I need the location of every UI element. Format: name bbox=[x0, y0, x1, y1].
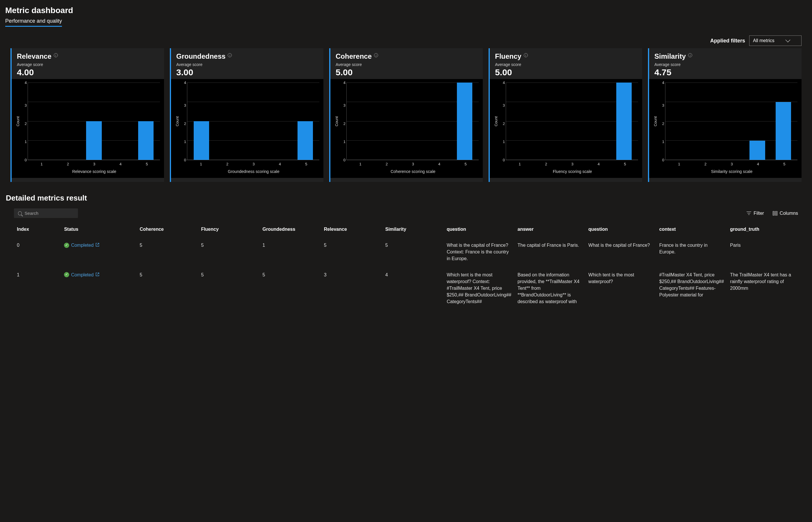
x-tick: 4 bbox=[107, 162, 134, 166]
table-header-cell[interactable]: Status bbox=[61, 224, 137, 237]
y-ticks: 43210 bbox=[181, 83, 186, 160]
columns-icon bbox=[773, 211, 777, 216]
bar-slot bbox=[507, 83, 533, 160]
bar-slot bbox=[666, 83, 693, 160]
table-header-cell[interactable]: Relevance bbox=[321, 224, 383, 237]
cell-question: Which tent is the most waterproof? Conte… bbox=[444, 267, 515, 310]
table-header-cell[interactable]: Coherence bbox=[137, 224, 198, 237]
info-icon[interactable]: i bbox=[524, 53, 528, 57]
table-header-cell[interactable]: Groundedness bbox=[260, 224, 321, 237]
y-tick: 0 bbox=[21, 158, 27, 162]
x-tick: 1 bbox=[347, 162, 373, 166]
table-header-row: IndexStatusCoherenceFluencyGroundednessR… bbox=[14, 224, 798, 237]
filters-label: Applied filters bbox=[710, 38, 745, 44]
card-header: Relevance i Average score 4.00 bbox=[12, 52, 164, 79]
table-header-cell[interactable]: Index bbox=[14, 224, 61, 237]
x-tick: 5 bbox=[293, 162, 319, 166]
x-tick: 3 bbox=[240, 162, 267, 166]
status-link[interactable]: ✓ Completed bbox=[64, 272, 134, 278]
bar-slot bbox=[348, 83, 374, 160]
card-sub-label: Average score bbox=[495, 62, 637, 67]
bar-slot bbox=[133, 83, 159, 160]
y-tick: 4 bbox=[340, 81, 346, 85]
chart-plot: Count 43210 bbox=[175, 83, 319, 160]
info-icon[interactable]: i bbox=[688, 53, 692, 57]
tab-performance-quality[interactable]: Performance and quality bbox=[5, 18, 62, 27]
y-tick: 2 bbox=[181, 121, 186, 125]
cell-coherence: 5 bbox=[137, 267, 198, 310]
bar-slot bbox=[240, 83, 266, 160]
info-icon[interactable]: i bbox=[374, 53, 378, 57]
filter-label: Filter bbox=[754, 211, 764, 216]
bar-slot bbox=[693, 83, 718, 160]
y-tick: 4 bbox=[659, 81, 664, 85]
bar-slot bbox=[452, 83, 478, 160]
y-tick: 4 bbox=[181, 81, 186, 85]
y-tick: 1 bbox=[21, 140, 27, 144]
table-header-cell[interactable]: context bbox=[656, 224, 727, 237]
cell-coherence: 5 bbox=[137, 237, 198, 267]
bar-slot bbox=[214, 83, 240, 160]
chart-plot: Count 43210 bbox=[16, 83, 160, 160]
x-tick: 1 bbox=[507, 162, 533, 166]
bar bbox=[750, 141, 765, 160]
search-input[interactable] bbox=[25, 211, 74, 216]
columns-button[interactable]: Columns bbox=[773, 211, 798, 216]
x-tick: 4 bbox=[745, 162, 771, 166]
table-header-cell[interactable]: Similarity bbox=[383, 224, 444, 237]
filter-button[interactable]: Filter bbox=[747, 211, 764, 216]
cell-similarity: 5 bbox=[383, 237, 444, 267]
table-header-cell[interactable]: Fluency bbox=[198, 224, 259, 237]
card-sub-label: Average score bbox=[335, 62, 478, 67]
cell-answer: The capital of France is Paris. bbox=[515, 237, 585, 267]
bar-slot bbox=[745, 83, 770, 160]
table-header-cell[interactable]: question bbox=[444, 224, 515, 237]
card-title: Similarity bbox=[654, 52, 686, 60]
check-icon: ✓ bbox=[64, 243, 69, 248]
toolbar-actions: Filter Columns bbox=[747, 211, 798, 216]
x-axis-label: Groundedness scoring scale bbox=[188, 169, 319, 174]
info-icon[interactable]: i bbox=[228, 53, 232, 57]
chart-plot: Count 43210 bbox=[653, 83, 797, 160]
x-tick: 4 bbox=[267, 162, 293, 166]
open-external-icon bbox=[95, 272, 99, 278]
cell-fluency: 5 bbox=[198, 267, 259, 310]
tabs: Performance and quality bbox=[5, 18, 807, 27]
bar-slot bbox=[585, 83, 611, 160]
card-title: Fluency bbox=[495, 52, 521, 60]
table-header-cell[interactable]: question bbox=[585, 224, 656, 237]
x-tick: 5 bbox=[134, 162, 160, 166]
x-ticks: 12345 bbox=[666, 162, 797, 166]
bar-slot bbox=[770, 83, 796, 160]
x-ticks: 12345 bbox=[507, 162, 638, 166]
y-tick: 1 bbox=[340, 140, 346, 144]
y-tick: 1 bbox=[181, 140, 186, 144]
page-title: Metric dashboard bbox=[5, 6, 807, 15]
chart-area: Count 43210 12345 Similarity scoring sca… bbox=[649, 79, 801, 178]
bar-slot bbox=[55, 83, 81, 160]
status-link[interactable]: ✓ Completed bbox=[64, 242, 134, 248]
info-icon[interactable]: i bbox=[54, 53, 58, 57]
cell-ground-truth: Paris bbox=[727, 237, 798, 267]
table-header-cell[interactable]: ground_truth bbox=[727, 224, 798, 237]
table-body: 0 ✓ Completed 5 5 1 5 5 What is the capi… bbox=[14, 237, 798, 310]
x-ticks: 12345 bbox=[28, 162, 160, 166]
bar-slot bbox=[718, 83, 744, 160]
card-score: 4.00 bbox=[17, 67, 159, 77]
cell-context: #TrailMaster X4 Tent, price $250,## Bran… bbox=[656, 267, 727, 310]
cell-groundedness: 1 bbox=[260, 237, 321, 267]
cell-status: ✓ Completed bbox=[61, 237, 137, 267]
filters-select[interactable]: All metrics bbox=[749, 36, 801, 46]
bar-slot bbox=[81, 83, 107, 160]
table-header-cell[interactable]: answer bbox=[515, 224, 585, 237]
search-box[interactable] bbox=[14, 208, 78, 218]
open-external-icon bbox=[95, 242, 99, 248]
y-axis-label: Count bbox=[653, 116, 658, 126]
metric-card: Relevance i Average score 4.00 Count 432… bbox=[11, 48, 164, 182]
card-score: 5.00 bbox=[335, 67, 478, 77]
bar bbox=[194, 121, 209, 160]
y-tick: 2 bbox=[340, 121, 346, 125]
card-sub-label: Average score bbox=[17, 62, 159, 67]
bar bbox=[457, 83, 472, 160]
x-axis-label: Coherence scoring scale bbox=[347, 169, 479, 174]
